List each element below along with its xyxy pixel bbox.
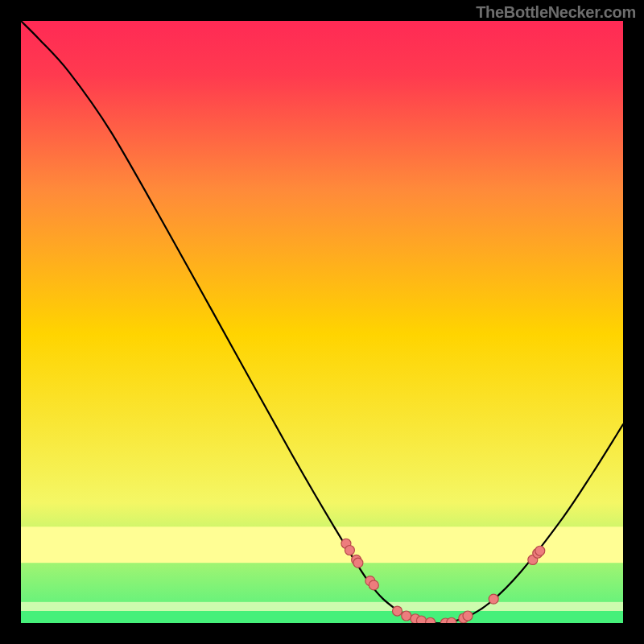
svg-point-18 [463,611,473,621]
svg-rect-3 [21,611,623,623]
svg-point-9 [369,580,378,590]
svg-point-11 [402,611,411,621]
chart-frame: TheBottleNecker.com [0,0,644,644]
svg-point-7 [353,558,363,568]
chart-svg [21,21,623,623]
svg-point-14 [426,617,436,623]
svg-point-10 [393,606,402,616]
svg-rect-2 [21,602,623,611]
svg-point-13 [416,616,426,623]
svg-point-22 [535,546,545,555]
svg-point-19 [489,594,498,604]
watermark-text: TheBottleNecker.com [476,3,636,22]
svg-point-16 [447,617,456,623]
plot-area [21,21,623,623]
svg-point-5 [345,545,354,555]
